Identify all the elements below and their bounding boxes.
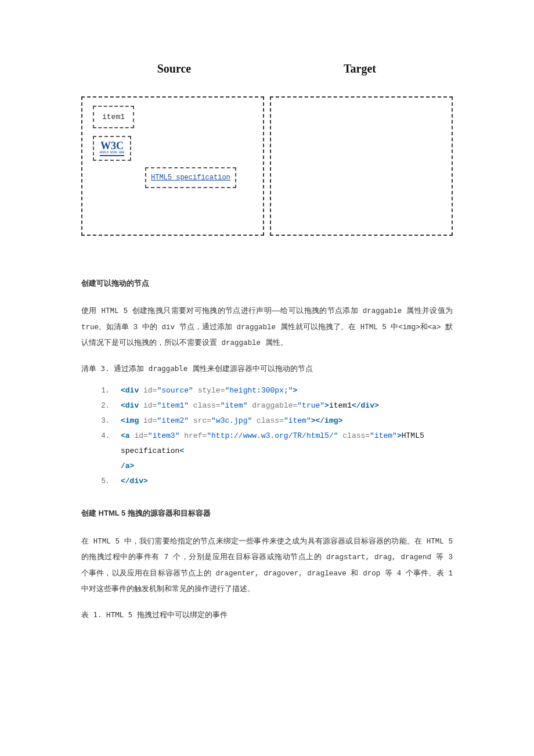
code-line-2: <div id="item1" class="item" draggable="… — [114, 398, 453, 413]
w3c-logo-text: W3C — [100, 141, 124, 151]
section2-paragraph: 在 HTML 5 中，我们需要给指定的节点来绑定一些事件来使之成为具有源容器或目… — [81, 534, 453, 598]
code-line-4: <a id="item3" href="http://www.w3.org/TR… — [114, 429, 453, 474]
w3c-logo: W3C WORLD WIDE WEB — [100, 141, 124, 156]
figure-row: item1 W3C WORLD WIDE WEB HTML5 specifica… — [81, 96, 453, 236]
code-line-5: </div> — [114, 474, 453, 489]
target-container[interactable] — [270, 96, 453, 236]
code-line-1: <div id="source" style="height:300px;"> — [114, 383, 453, 398]
html5-spec-link[interactable]: HTML5 specification — [151, 174, 230, 182]
draggable-item1[interactable]: item1 — [93, 106, 134, 128]
section2-title: 创建 HTML 5 拖拽的源容器和目标容器 — [81, 506, 453, 520]
source-heading: Source — [81, 58, 267, 79]
listing3-title: 清单 3. 通过添加 draggable 属性来创建源容器中可以拖动的节点 — [81, 362, 453, 376]
draggable-item3-link[interactable]: HTML5 specification — [145, 167, 236, 188]
section1-title: 创建可以拖动的节点 — [81, 276, 453, 290]
target-heading: Target — [267, 58, 453, 79]
figure-headings: Source Target — [81, 58, 453, 79]
section1-paragraph: 使用 HTML 5 创建拖拽只需要对可拖拽的节点进行声明——给可以拖拽的节点添加… — [81, 304, 453, 352]
draggable-item2-w3c[interactable]: W3C WORLD WIDE WEB — [93, 136, 131, 161]
table1-title: 表 1. HTML 5 拖拽过程中可以绑定的事件 — [81, 609, 453, 622]
w3c-logo-subtext: WORLD WIDE WEB — [100, 152, 124, 156]
source-container: item1 W3C WORLD WIDE WEB HTML5 specifica… — [81, 96, 264, 236]
code-listing-3: <div id="source" style="height:300px;"> … — [99, 383, 453, 489]
code-line-3: <img id="item2" src="w3c.jpg" class="ite… — [114, 413, 453, 429]
item1-label: item1 — [102, 113, 125, 121]
